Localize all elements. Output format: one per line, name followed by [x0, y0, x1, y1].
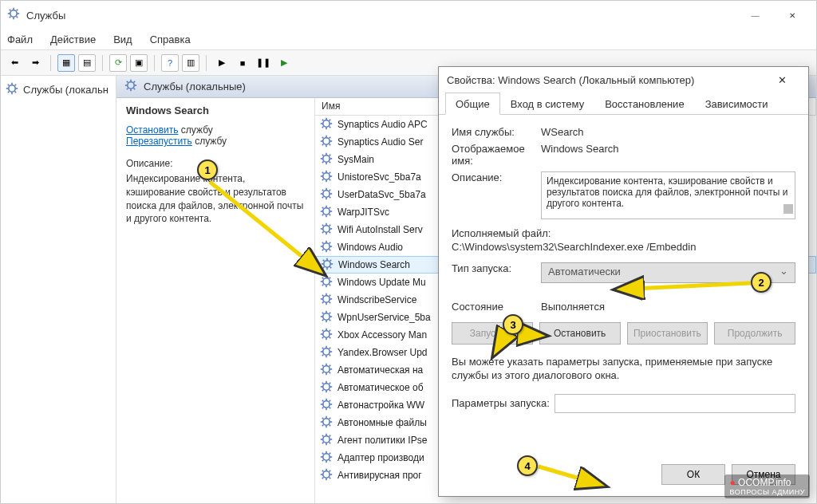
- gear-icon: [320, 135, 333, 150]
- gear-icon: [320, 363, 333, 378]
- watermark: ● OCOMP.info ВОПРОСЫ АДМИНУ: [724, 474, 810, 498]
- gear-icon: [320, 451, 333, 466]
- service-name: Автонастройка WW: [337, 400, 424, 411]
- gear-icon: [320, 380, 333, 396]
- tab-general[interactable]: Общие: [445, 93, 500, 115]
- menu-view[interactable]: Вид: [113, 33, 132, 45]
- label-startup-type: Тип запуска:: [452, 262, 541, 274]
- tab-logon[interactable]: Вход в систему: [500, 93, 594, 115]
- scroll-thumb[interactable]: [783, 204, 793, 214]
- service-name: Yandex.Browser Upd: [337, 347, 428, 358]
- label-service-name: Имя службы:: [452, 126, 541, 138]
- tb-export[interactable]: ▣: [130, 54, 148, 72]
- gear-icon: [7, 7, 20, 23]
- pause-button[interactable]: Приостановить: [627, 322, 708, 345]
- gear-icon: [320, 205, 333, 220]
- gear-icon: [320, 415, 333, 431]
- annotation-marker-1: 1: [197, 159, 218, 180]
- tb-help[interactable]: ?: [161, 54, 179, 72]
- gear-icon: [320, 293, 333, 308]
- gear-icon: [124, 79, 137, 94]
- ok-button[interactable]: ОК: [661, 464, 725, 485]
- desc-textarea[interactable]: Индексирование контента, кэширование сво…: [541, 171, 795, 219]
- gear-icon: [320, 187, 333, 203]
- minimize-button[interactable]: —: [737, 4, 773, 26]
- restart-service-link[interactable]: Перезапустить: [126, 136, 192, 147]
- restart-button[interactable]: ▶: [275, 54, 293, 72]
- titlebar: Службы — ✕: [1, 1, 816, 30]
- forward-button[interactable]: ➡: [26, 54, 44, 72]
- pause-button[interactable]: ❚❚: [255, 54, 272, 72]
- service-name: Wifi AutoInstall Serv: [337, 224, 423, 235]
- note-text: Вы можете указать параметры запуска, при…: [452, 356, 795, 383]
- service-name: UnistoreSvc_5ba7a: [337, 171, 421, 183]
- service-name: Агент политики IPse: [337, 435, 427, 446]
- annotation-marker-3: 3: [503, 314, 523, 335]
- gear-icon: [320, 433, 333, 448]
- label-display-name: Отображаемое имя:: [452, 143, 541, 167]
- label-desc: Описание:: [452, 171, 541, 183]
- tb-btn[interactable]: ▤: [78, 54, 96, 72]
- resume-button[interactable]: Продолжить: [714, 322, 795, 345]
- service-name: Автоматическая на: [337, 364, 423, 376]
- service-name: Synaptics Audio Ser: [337, 136, 423, 148]
- service-name: Synaptics Audio APC: [337, 119, 428, 130]
- watermark-site: OCOMP.info: [738, 477, 791, 488]
- gear-icon: [320, 310, 333, 325]
- dialog-close-button[interactable]: ✕: [764, 68, 800, 92]
- gear-icon: [320, 468, 333, 483]
- stop-service-link[interactable]: Остановить: [126, 124, 179, 136]
- tree-panel: Службы (локальн: [1, 76, 116, 504]
- text: службу: [192, 136, 227, 147]
- tree-item-services[interactable]: Службы (локальн: [4, 81, 112, 99]
- service-name: Windows Audio: [337, 242, 403, 253]
- menu-file[interactable]: Файл: [7, 33, 33, 45]
- value-executable: C:\Windows\system32\SearchIndexer.exe /E…: [452, 241, 795, 253]
- gear-icon: [320, 152, 333, 167]
- params-input[interactable]: [555, 394, 795, 413]
- tb-refresh[interactable]: ⟳: [109, 54, 127, 72]
- gear-icon: [320, 398, 333, 413]
- service-name: UserDataSvc_5ba7a: [337, 189, 426, 200]
- menu-action[interactable]: Действие: [50, 33, 96, 45]
- gear-icon: [320, 345, 333, 360]
- label-params: Параметры запуска:: [452, 397, 550, 409]
- stop-service-button[interactable]: Остановить: [539, 322, 621, 345]
- separator: [206, 55, 207, 71]
- service-name: SysMain: [337, 154, 374, 165]
- label-executable: Исполняемый файл:: [452, 227, 795, 239]
- close-button[interactable]: ✕: [774, 4, 810, 26]
- back-button[interactable]: ⬅: [6, 54, 23, 72]
- tab-dependencies[interactable]: Зависимости: [695, 93, 779, 115]
- service-name: Автоматическое об: [337, 382, 424, 393]
- gear-icon: [320, 170, 333, 185]
- tree-label: Службы (локальн: [23, 84, 109, 96]
- startup-value: Автоматически: [548, 266, 621, 278]
- service-name: Антивирусная прог: [337, 470, 422, 481]
- window-title: Службы: [26, 10, 65, 22]
- service-name: WpnUserService_5ba: [337, 312, 431, 323]
- gear-icon: [320, 275, 333, 290]
- watermark-sub: ВОПРОСЫ АДМИНУ: [729, 488, 805, 496]
- tb-btn[interactable]: ▦: [57, 54, 75, 72]
- service-name: Xbox Accessory Man: [337, 329, 427, 341]
- play-button[interactable]: ▶: [213, 54, 231, 72]
- menu-help[interactable]: Справка: [150, 33, 191, 45]
- tb-btn[interactable]: ▥: [182, 54, 199, 72]
- desc-text-val: Индексирование контента, кэширование сво…: [547, 175, 787, 209]
- label-state: Состояние: [452, 301, 541, 313]
- stop-button[interactable]: ■: [234, 54, 251, 72]
- service-name: WindscribeService: [337, 294, 416, 305]
- annotation-marker-2: 2: [751, 272, 772, 293]
- dialog-title: Свойства: Windows Search (Локальный комп…: [447, 74, 694, 86]
- main-header-text: Службы (локальные): [144, 81, 246, 93]
- value-service-name: WSearch: [541, 126, 795, 138]
- menubar: Файл Действие Вид Справка: [1, 30, 816, 50]
- gear-icon: [320, 222, 333, 238]
- tab-recovery[interactable]: Восстановление: [594, 93, 694, 115]
- desc-text: Индексирование контента, кэширование сво…: [126, 172, 305, 226]
- text: службу: [179, 124, 213, 136]
- gear-icon: [321, 258, 334, 273]
- gear-icon: [320, 240, 333, 255]
- value-display-name: Windows Search: [541, 143, 795, 155]
